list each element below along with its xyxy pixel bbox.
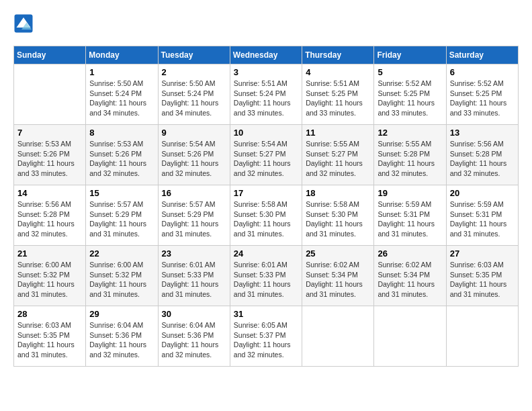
day-number: 7 bbox=[17, 128, 82, 138]
calendar-week-3: 14Sunrise: 5:56 AMSunset: 5:28 PMDayligh… bbox=[14, 185, 519, 246]
calendar-cell: 18Sunrise: 5:58 AMSunset: 5:30 PMDayligh… bbox=[302, 185, 374, 246]
day-info: Sunrise: 5:56 AMSunset: 5:28 PMDaylight:… bbox=[17, 199, 82, 239]
day-info: Sunrise: 5:59 AMSunset: 5:31 PMDaylight:… bbox=[450, 199, 515, 239]
page-header bbox=[13, 13, 519, 39]
weekday-header-tuesday: Tuesday bbox=[158, 46, 230, 64]
calendar-cell: 14Sunrise: 5:56 AMSunset: 5:28 PMDayligh… bbox=[14, 185, 86, 246]
day-number: 30 bbox=[162, 309, 226, 319]
day-info: Sunrise: 5:51 AMSunset: 5:25 PMDaylight:… bbox=[306, 79, 370, 118]
calendar-cell bbox=[374, 306, 446, 367]
calendar-cell: 10Sunrise: 5:54 AMSunset: 5:27 PMDayligh… bbox=[230, 125, 302, 185]
day-number: 27 bbox=[450, 248, 515, 259]
day-info: Sunrise: 5:54 AMSunset: 5:26 PMDaylight:… bbox=[162, 139, 226, 179]
calendar-cell: 23Sunrise: 6:01 AMSunset: 5:33 PMDayligh… bbox=[158, 246, 230, 306]
logo-icon bbox=[13, 13, 34, 34]
calendar-cell: 17Sunrise: 5:58 AMSunset: 5:30 PMDayligh… bbox=[230, 185, 302, 246]
day-info: Sunrise: 6:02 AMSunset: 5:34 PMDaylight:… bbox=[306, 260, 370, 300]
day-info: Sunrise: 5:53 AMSunset: 5:26 PMDaylight:… bbox=[17, 139, 82, 179]
day-number: 31 bbox=[234, 309, 298, 319]
day-number: 19 bbox=[378, 188, 442, 198]
calendar-cell: 26Sunrise: 6:02 AMSunset: 5:34 PMDayligh… bbox=[374, 246, 446, 306]
day-info: Sunrise: 5:57 AMSunset: 5:29 PMDaylight:… bbox=[162, 199, 226, 239]
day-info: Sunrise: 6:04 AMSunset: 5:36 PMDaylight:… bbox=[162, 320, 226, 360]
calendar-week-2: 7Sunrise: 5:53 AMSunset: 5:26 PMDaylight… bbox=[14, 125, 519, 185]
day-number: 22 bbox=[89, 248, 154, 259]
calendar-week-4: 21Sunrise: 6:00 AMSunset: 5:32 PMDayligh… bbox=[14, 246, 519, 306]
day-number: 8 bbox=[89, 128, 154, 138]
day-info: Sunrise: 6:01 AMSunset: 5:33 PMDaylight:… bbox=[162, 260, 226, 300]
calendar-cell: 11Sunrise: 5:55 AMSunset: 5:27 PMDayligh… bbox=[302, 125, 374, 185]
calendar-cell: 4Sunrise: 5:51 AMSunset: 5:25 PMDaylight… bbox=[302, 64, 374, 125]
day-info: Sunrise: 6:04 AMSunset: 5:36 PMDaylight:… bbox=[89, 320, 154, 360]
calendar-cell: 24Sunrise: 6:01 AMSunset: 5:33 PMDayligh… bbox=[230, 246, 302, 306]
day-info: Sunrise: 5:52 AMSunset: 5:25 PMDaylight:… bbox=[378, 79, 442, 118]
day-number: 25 bbox=[306, 248, 370, 259]
weekday-header-sunday: Sunday bbox=[14, 46, 86, 64]
weekday-header-thursday: Thursday bbox=[302, 46, 374, 64]
day-info: Sunrise: 5:51 AMSunset: 5:24 PMDaylight:… bbox=[234, 79, 298, 118]
day-number: 10 bbox=[234, 128, 298, 138]
day-number: 1 bbox=[89, 67, 154, 77]
calendar-week-1: 1Sunrise: 5:50 AMSunset: 5:24 PMDaylight… bbox=[14, 64, 519, 125]
day-number: 11 bbox=[306, 128, 370, 138]
day-info: Sunrise: 6:05 AMSunset: 5:37 PMDaylight:… bbox=[234, 320, 298, 360]
day-number: 6 bbox=[450, 67, 515, 77]
calendar-body: 1Sunrise: 5:50 AMSunset: 5:24 PMDaylight… bbox=[14, 64, 519, 367]
day-info: Sunrise: 6:03 AMSunset: 5:35 PMDaylight:… bbox=[17, 320, 82, 360]
calendar-cell: 9Sunrise: 5:54 AMSunset: 5:26 PMDaylight… bbox=[158, 125, 230, 185]
calendar-cell: 6Sunrise: 5:52 AMSunset: 5:25 PMDaylight… bbox=[446, 64, 518, 125]
day-number: 12 bbox=[378, 128, 442, 138]
day-info: Sunrise: 5:56 AMSunset: 5:28 PMDaylight:… bbox=[450, 139, 515, 179]
calendar-cell: 30Sunrise: 6:04 AMSunset: 5:36 PMDayligh… bbox=[158, 306, 230, 367]
calendar-cell: 31Sunrise: 6:05 AMSunset: 5:37 PMDayligh… bbox=[230, 306, 302, 367]
calendar-cell: 22Sunrise: 6:00 AMSunset: 5:32 PMDayligh… bbox=[86, 246, 158, 306]
calendar-cell bbox=[446, 306, 518, 367]
day-number: 21 bbox=[17, 248, 82, 259]
day-info: Sunrise: 6:01 AMSunset: 5:33 PMDaylight:… bbox=[234, 260, 298, 300]
calendar-cell: 29Sunrise: 6:04 AMSunset: 5:36 PMDayligh… bbox=[86, 306, 158, 367]
calendar-cell: 20Sunrise: 5:59 AMSunset: 5:31 PMDayligh… bbox=[446, 185, 518, 246]
calendar-cell bbox=[302, 306, 374, 367]
calendar-cell: 1Sunrise: 5:50 AMSunset: 5:24 PMDaylight… bbox=[86, 64, 158, 125]
weekday-header-saturday: Saturday bbox=[446, 46, 518, 64]
day-info: Sunrise: 5:52 AMSunset: 5:25 PMDaylight:… bbox=[450, 79, 515, 118]
calendar-cell: 27Sunrise: 6:03 AMSunset: 5:35 PMDayligh… bbox=[446, 246, 518, 306]
calendar-cell: 21Sunrise: 6:00 AMSunset: 5:32 PMDayligh… bbox=[14, 246, 86, 306]
day-number: 3 bbox=[234, 67, 298, 77]
day-info: Sunrise: 5:50 AMSunset: 5:24 PMDaylight:… bbox=[89, 79, 154, 118]
day-number: 15 bbox=[89, 188, 154, 198]
day-number: 24 bbox=[234, 248, 298, 259]
calendar-cell: 7Sunrise: 5:53 AMSunset: 5:26 PMDaylight… bbox=[14, 125, 86, 185]
calendar-cell: 8Sunrise: 5:53 AMSunset: 5:26 PMDaylight… bbox=[86, 125, 158, 185]
calendar-cell: 19Sunrise: 5:59 AMSunset: 5:31 PMDayligh… bbox=[374, 185, 446, 246]
day-number: 23 bbox=[162, 248, 226, 259]
day-info: Sunrise: 5:59 AMSunset: 5:31 PMDaylight:… bbox=[378, 199, 442, 239]
weekday-header-wednesday: Wednesday bbox=[230, 46, 302, 64]
calendar-cell: 5Sunrise: 5:52 AMSunset: 5:25 PMDaylight… bbox=[374, 64, 446, 125]
day-info: Sunrise: 6:02 AMSunset: 5:34 PMDaylight:… bbox=[378, 260, 442, 300]
day-number: 29 bbox=[89, 309, 154, 319]
day-number: 20 bbox=[450, 188, 515, 198]
weekday-header-row: SundayMondayTuesdayWednesdayThursdayFrid… bbox=[14, 46, 519, 64]
calendar-cell: 2Sunrise: 5:50 AMSunset: 5:24 PMDaylight… bbox=[158, 64, 230, 125]
calendar-cell: 25Sunrise: 6:02 AMSunset: 5:34 PMDayligh… bbox=[302, 246, 374, 306]
day-number: 17 bbox=[234, 188, 298, 198]
calendar-table: SundayMondayTuesdayWednesdayThursdayFrid… bbox=[13, 46, 519, 367]
day-info: Sunrise: 6:03 AMSunset: 5:35 PMDaylight:… bbox=[450, 260, 515, 300]
weekday-header-friday: Friday bbox=[374, 46, 446, 64]
day-number: 16 bbox=[162, 188, 226, 198]
day-info: Sunrise: 5:58 AMSunset: 5:30 PMDaylight:… bbox=[234, 199, 298, 239]
day-info: Sunrise: 5:57 AMSunset: 5:29 PMDaylight:… bbox=[89, 199, 154, 239]
calendar-cell: 28Sunrise: 6:03 AMSunset: 5:35 PMDayligh… bbox=[14, 306, 86, 367]
calendar-cell: 12Sunrise: 5:55 AMSunset: 5:28 PMDayligh… bbox=[374, 125, 446, 185]
day-info: Sunrise: 5:58 AMSunset: 5:30 PMDaylight:… bbox=[306, 199, 370, 239]
calendar-cell: 13Sunrise: 5:56 AMSunset: 5:28 PMDayligh… bbox=[446, 125, 518, 185]
day-number: 2 bbox=[162, 67, 226, 77]
day-number: 26 bbox=[378, 248, 442, 259]
calendar-cell: 16Sunrise: 5:57 AMSunset: 5:29 PMDayligh… bbox=[158, 185, 230, 246]
calendar-cell: 15Sunrise: 5:57 AMSunset: 5:29 PMDayligh… bbox=[86, 185, 158, 246]
day-info: Sunrise: 5:55 AMSunset: 5:28 PMDaylight:… bbox=[378, 139, 442, 179]
day-number: 18 bbox=[306, 188, 370, 198]
day-info: Sunrise: 5:50 AMSunset: 5:24 PMDaylight:… bbox=[162, 79, 226, 118]
day-info: Sunrise: 6:00 AMSunset: 5:32 PMDaylight:… bbox=[17, 260, 82, 300]
